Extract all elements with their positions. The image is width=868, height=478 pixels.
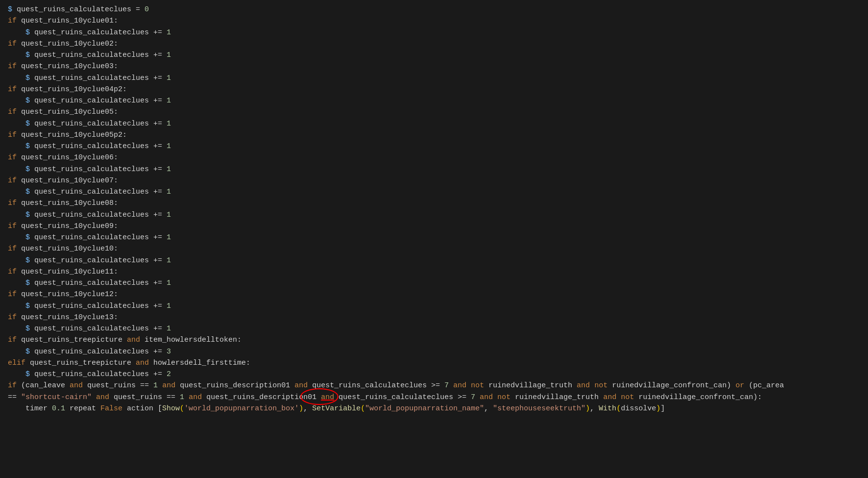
var-inc: quest_ruins_calculateclues +=	[30, 211, 167, 219]
num-1b: 1	[180, 393, 184, 402]
code-line-29: $ quest_ruins_calculateclues += 1	[0, 323, 868, 334]
number-1: 1	[167, 74, 171, 82]
var-quest-ruins: quest_ruins ==	[83, 381, 153, 390]
dollar-sign: $	[25, 97, 30, 105]
var-clue07: quest_ruins_10yclue07:	[17, 176, 118, 185]
number-1: 1	[167, 188, 171, 196]
kw-and: and	[127, 336, 140, 344]
code-line-1: $ quest_ruins_calculateclues = 0	[0, 4, 868, 15]
var-inc: quest_ruins_calculateclues +=	[30, 120, 167, 128]
var-not	[466, 381, 471, 390]
code-line-34-container: if (can_leave and quest_ruins == 1 and q…	[0, 380, 868, 391]
kw-not4: not	[621, 393, 634, 402]
code-line-28: if quest_ruins_10yclue13:	[0, 312, 868, 323]
var-inc: quest_ruins_calculateclues +=	[30, 256, 167, 265]
kw-not2: not	[594, 381, 607, 390]
dollar-sign: $	[25, 211, 30, 219]
var-tree: quest_ruins_treepicture	[17, 336, 127, 344]
var-clue05: quest_ruins_10yclue05:	[17, 108, 118, 116]
var-clue02: quest_ruins_10yclue02:	[17, 40, 118, 48]
number-1: 1	[167, 28, 171, 37]
paren-close: )	[299, 404, 303, 413]
code-editor: $ quest_ruins_calculateclues = 0 if ques…	[0, 0, 868, 478]
num-7b: 7	[471, 393, 475, 402]
dollar-sign: $	[25, 256, 30, 265]
code-line-11: $ quest_ruins_calculateclues += 1	[0, 118, 868, 129]
num-1a: 1	[153, 381, 158, 390]
var-clue09: quest_ruins_10yclue09:	[17, 222, 118, 230]
number-1: 1	[167, 302, 171, 310]
var-and-not2b	[475, 393, 480, 402]
num-timer: 0.1	[52, 404, 65, 413]
var-inc: quest_ruins_calculateclues +=	[30, 348, 167, 356]
code-line-12: if quest_ruins_10yclue05p2:	[0, 129, 868, 141]
fn-setvar: SetVariable	[312, 404, 361, 413]
dollar-sign: $	[8, 5, 12, 14]
dollar-sign: $	[25, 188, 30, 196]
var-clue12: quest_ruins_10yclue12:	[17, 290, 118, 299]
var-truth: ruinedvillage_truth	[484, 381, 577, 390]
number-1: 1	[167, 256, 171, 265]
code-line-13: $ quest_ruins_calculateclues += 1	[0, 141, 868, 152]
code-line-36: timer 0.1 repeat False action [Show('wor…	[0, 403, 868, 414]
number-1: 1	[167, 279, 171, 287]
code-line-2: if quest_ruins_10yclue01:	[0, 15, 868, 26]
number-1: 1	[167, 51, 171, 59]
kw-and-circled: and	[321, 393, 334, 402]
kw-and5: and	[294, 381, 308, 390]
kw-if: if	[8, 268, 17, 276]
code-line-14: if quest_ruins_10yclue06:	[0, 152, 868, 163]
dollar-sign: $	[25, 302, 30, 310]
var-pcarea: (pc_area	[744, 381, 784, 390]
var-inc: quest_ruins_calculateclues +=	[30, 188, 167, 196]
code-line-33: $ quest_ruins_calculateclues += 2	[0, 369, 868, 380]
number-2: 2	[167, 370, 171, 378]
var-confront2: ruinedvillage_confront_can):	[634, 393, 762, 402]
number-1: 1	[167, 325, 171, 333]
var-inc: quest_ruins_calculateclues +=	[30, 97, 167, 105]
kw-and10: and	[480, 393, 493, 402]
kw-if: if	[8, 17, 17, 25]
var-clue06: quest_ruins_10yclue06:	[17, 153, 118, 162]
code-line-9: $ quest_ruins_calculateclues += 1	[0, 95, 868, 106]
var-clue03: quest_ruins_10yclue03:	[17, 62, 118, 71]
dollar-sign: $	[25, 233, 30, 242]
code-line-19: $ quest_ruins_calculateclues += 1	[0, 209, 868, 221]
var-assign: quest_ruins_calculateclues =	[12, 5, 145, 14]
fn-show: Show	[162, 404, 180, 413]
str-box: 'world_popupnarration_box'	[184, 404, 299, 413]
code-line-23: $ quest_ruins_calculateclues += 1	[0, 255, 868, 266]
kw-not3: not	[497, 393, 510, 402]
kw-if: if	[8, 313, 17, 322]
str-steephouse: "steephouseseektruth"	[493, 404, 585, 413]
code-line-35-container: == "shortcut-cairn" and quest_ruins == 1…	[0, 392, 868, 403]
code-line-18: if quest_ruins_10yclue08:	[0, 198, 868, 209]
var-can-leave: (can_leave	[17, 381, 70, 390]
var-firsttime: howlersdell_firsttime:	[149, 359, 250, 367]
var-bracket-close: ]	[660, 404, 665, 413]
number-1: 1	[167, 142, 171, 151]
var-desc01: quest_ruins_description01	[175, 381, 294, 390]
number-3: 3	[167, 348, 171, 356]
code-line-21: $ quest_ruins_calculateclues += 1	[0, 232, 868, 243]
number-1: 1	[167, 120, 171, 128]
dollar-sign: $	[25, 28, 30, 37]
var-eq: ==	[8, 393, 21, 402]
code-line-6: if quest_ruins_10yclue03:	[0, 61, 868, 72]
var-inc: quest_ruins_calculateclues +=	[30, 279, 167, 287]
var-calc-b: quest_ruins_calculateclues >=	[334, 393, 471, 402]
dollar-sign: $	[25, 348, 30, 356]
var-clue10: quest_ruins_10yclue10:	[17, 245, 118, 253]
code-line-22: if quest_ruins_10yclue10:	[0, 243, 868, 254]
code-line-25: $ quest_ruins_calculateclues += 1	[0, 277, 868, 289]
var-inc: quest_ruins_calculateclues +=	[30, 233, 167, 242]
var-inc: quest_ruins_calculateclues +=	[30, 51, 167, 59]
var-inc: quest_ruins_calculateclues +=	[30, 302, 167, 310]
fn-with: With	[599, 404, 616, 413]
var-desc01b: quest_ruins_description01	[202, 393, 321, 402]
code-line-35: == "shortcut-cairn" and quest_ruins == 1…	[0, 392, 868, 403]
code-line-34: if (can_leave and quest_ruins == 1 and q…	[0, 380, 868, 391]
code-line-26: if quest_ruins_10yclue12:	[0, 289, 868, 300]
var-comma2: ,	[484, 404, 493, 413]
code-line-5: $ quest_ruins_calculateclues += 1	[0, 50, 868, 61]
